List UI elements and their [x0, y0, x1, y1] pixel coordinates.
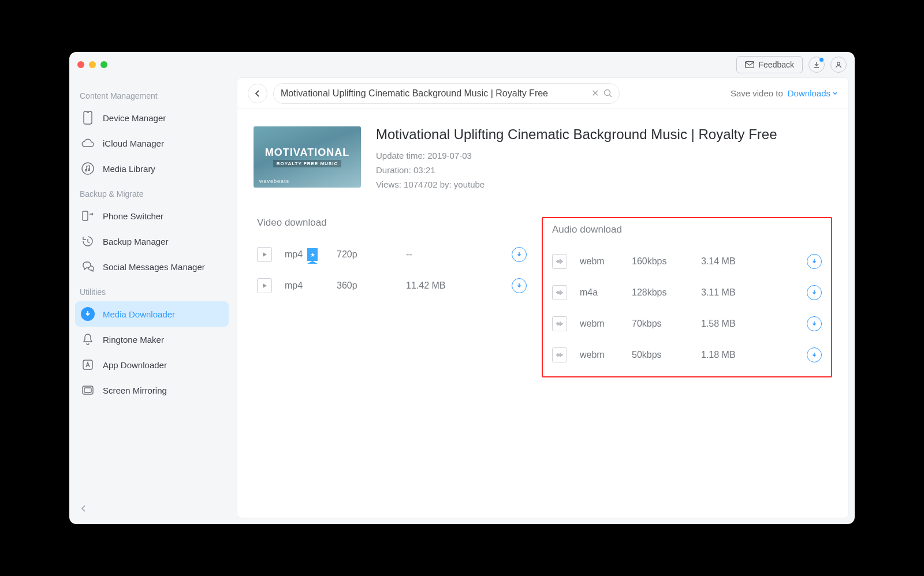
audio-format: m4a	[580, 287, 632, 298]
maximize-icon[interactable]	[100, 61, 107, 68]
media-update-time: Update time: 2019-07-03	[376, 151, 777, 160]
sidebar-item-icloud-manager[interactable]: iCloud Manager	[75, 130, 229, 156]
video-quality: 720p	[337, 249, 406, 260]
main-panel: Motivational Uplifting Cinematic Backgro…	[237, 77, 849, 518]
sidebar-item-label: Phone Switcher	[103, 211, 163, 221]
thumb-subtitle: ROYALTY FREE MUSIC	[273, 160, 341, 167]
audio-file-icon	[552, 254, 567, 269]
sidebar-item-label: App Downloader	[103, 360, 167, 370]
audio-quality: 70kbps	[632, 319, 701, 329]
download-button[interactable]	[807, 316, 822, 331]
featured-flag-icon: ★	[307, 248, 318, 261]
account-button[interactable]	[830, 57, 847, 73]
media-header: MOTIVATIONAL ROYALTY FREE MUSIC wavebeat…	[254, 126, 832, 194]
chevron-down-icon	[832, 91, 838, 96]
video-download-column: Video download mp4 ★ 720p --	[254, 217, 530, 301]
back-button[interactable]	[248, 84, 267, 103]
audio-quality: 50kbps	[632, 350, 701, 360]
audio-row: webm 70kbps 1.58 MB	[549, 308, 825, 339]
thumb-artist: wavebeats	[259, 178, 289, 184]
media-title: Motivational Uplifting Cinematic Backgro…	[376, 126, 777, 143]
sidebar-item-media-library[interactable]: Media Library	[75, 156, 229, 181]
audio-row: webm 50kbps 1.18 MB	[549, 339, 825, 371]
phone-icon	[81, 111, 95, 125]
topbar: Motivational Uplifting Cinematic Backgro…	[237, 78, 848, 109]
audio-size: 3.14 MB	[701, 256, 770, 267]
save-destination: Save video to Downloads	[731, 88, 838, 98]
sidebar-item-social-messages[interactable]: Social Messages Manager	[75, 254, 229, 279]
collapse-sidebar-button[interactable]	[75, 499, 229, 518]
save-destination-dropdown[interactable]: Downloads	[788, 88, 838, 98]
svg-rect-2	[84, 111, 92, 124]
audio-size: 1.18 MB	[701, 350, 770, 360]
url-bar[interactable]: Motivational Uplifting Cinematic Backgro…	[273, 83, 620, 104]
minimize-icon[interactable]	[89, 61, 96, 68]
audio-download-heading: Audio download	[549, 224, 825, 235]
sidebar-item-ringtone-maker[interactable]: Ringtone Maker	[75, 327, 229, 352]
video-size: --	[406, 249, 475, 260]
sidebar-item-device-manager[interactable]: Device Manager	[75, 105, 229, 130]
sidebar-item-label: Device Manager	[103, 113, 166, 123]
sidebar-item-label: Screen Mirroring	[103, 386, 167, 395]
sidebar-item-phone-switcher[interactable]: Phone Switcher	[75, 203, 229, 229]
svg-point-1	[837, 62, 840, 65]
cloud-icon	[81, 136, 95, 150]
switch-icon	[81, 209, 95, 223]
audio-quality: 128kbps	[632, 287, 701, 298]
history-icon	[81, 234, 95, 248]
clear-icon[interactable]: ✕	[591, 88, 599, 99]
svg-point-4	[85, 170, 87, 171]
svg-rect-6	[83, 211, 88, 220]
video-download-heading: Video download	[254, 217, 530, 229]
feedback-button[interactable]: Feedback	[736, 56, 803, 73]
sidebar-item-screen-mirroring[interactable]: Screen Mirroring	[75, 377, 229, 403]
sidebar-item-label: Ringtone Maker	[103, 335, 164, 345]
feedback-label: Feedback	[759, 60, 794, 69]
save-label: Save video to	[731, 88, 783, 98]
download-button[interactable]	[807, 254, 822, 269]
chat-icon	[81, 260, 95, 274]
screen-icon	[81, 383, 95, 397]
sidebar-item-app-downloader[interactable]: App Downloader	[75, 352, 229, 377]
audio-quality: 160kbps	[632, 256, 701, 267]
svg-point-3	[82, 163, 94, 174]
audio-download-column: Audio download webm 160kbps 3.14 MB m4a …	[542, 217, 832, 377]
download-button[interactable]	[807, 285, 822, 300]
video-row: mp4 360p 11.42 MB	[254, 270, 530, 301]
close-icon[interactable]	[77, 61, 84, 68]
audio-file-icon	[552, 285, 567, 300]
sidebar-item-media-downloader[interactable]: Media Downloader	[75, 301, 229, 327]
video-size: 11.42 MB	[406, 280, 475, 291]
download-button[interactable]	[512, 278, 527, 293]
sidebar-section-content: Content Management	[75, 83, 229, 105]
mail-icon	[745, 61, 754, 68]
download-button[interactable]	[807, 347, 822, 362]
audio-format: webm	[580, 350, 632, 360]
sidebar-section-utilities: Utilities	[75, 279, 229, 301]
sidebar-item-label: iCloud Manager	[103, 139, 164, 148]
audio-size: 3.11 MB	[701, 287, 770, 298]
audio-row: m4a 128kbps 3.11 MB	[549, 277, 825, 308]
sidebar-item-label: Media Downloader	[103, 309, 175, 319]
sidebar-item-backup-manager[interactable]: Backup Manager	[75, 229, 229, 254]
sidebar-item-label: Backup Manager	[103, 237, 168, 246]
audio-file-icon	[552, 347, 567, 362]
titlebar: Feedback	[69, 52, 855, 77]
downloads-button[interactable]	[808, 57, 825, 73]
audio-size: 1.58 MB	[701, 319, 770, 329]
media-views: Views: 1074702 by: youtube	[376, 179, 777, 189]
video-row: mp4 ★ 720p --	[254, 239, 530, 270]
media-duration: Duration: 03:21	[376, 165, 777, 175]
audio-file-icon	[552, 316, 567, 331]
window-controls	[77, 61, 107, 68]
search-icon[interactable]	[603, 89, 612, 98]
content: MOTIVATIONAL ROYALTY FREE MUSIC wavebeat…	[237, 109, 848, 395]
downloads: Video download mp4 ★ 720p --	[254, 217, 832, 377]
sidebar-item-label: Media Library	[103, 164, 155, 174]
download-button[interactable]	[512, 247, 527, 262]
thumbnail: MOTIVATIONAL ROYALTY FREE MUSIC wavebeat…	[254, 126, 361, 188]
sidebar-item-label: Social Messages Manager	[103, 262, 205, 272]
download-icon	[81, 307, 95, 321]
video-format: mp4 ★	[285, 248, 337, 261]
audio-format: webm	[580, 256, 632, 267]
